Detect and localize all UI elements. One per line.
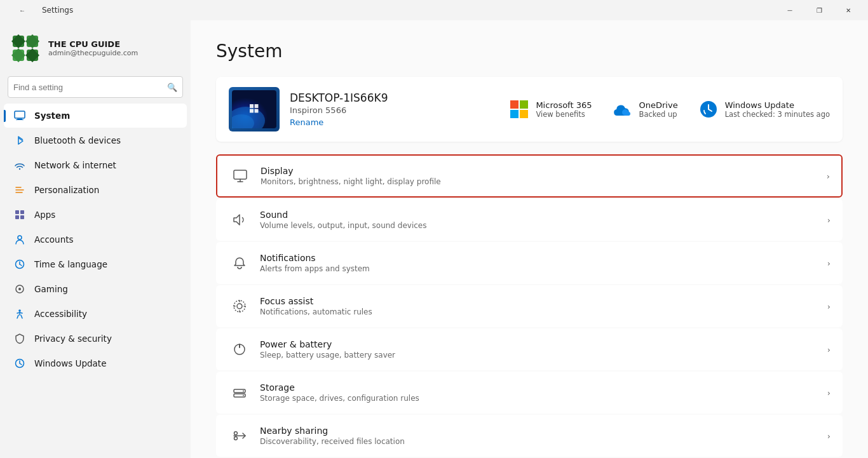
sidebar-item-system[interactable]: System: [4, 104, 187, 128]
sidebar-item-windows-update[interactable]: Windows Update: [4, 351, 187, 375]
nearby-sharing-icon: [228, 424, 251, 447]
microsoft365-icon: [509, 99, 529, 119]
rename-link[interactable]: Rename: [290, 118, 499, 127]
power-text: Power & battery Sleep, battery usage, ba…: [260, 339, 822, 360]
focus-assist-chevron: ›: [827, 302, 831, 311]
sidebar-item-label-gaming: Gaming: [34, 284, 68, 294]
titlebar-title: Settings: [42, 6, 73, 15]
accessibility-icon: [14, 308, 25, 320]
windows-update-service-name: Windows Update: [725, 100, 830, 110]
svg-point-19: [18, 236, 22, 239]
sound-desc: Volume levels, output, input, sound devi…: [260, 221, 822, 230]
power-desc: Sleep, battery usage, battery saver: [260, 351, 822, 360]
sidebar-item-label-network: Network & internet: [34, 160, 116, 170]
onedrive-desc: Backed up: [639, 110, 678, 119]
power-title: Power & battery: [260, 339, 822, 349]
titlebar: ← Settings ─ ❐ ✕: [0, 0, 868, 20]
svg-rect-35: [510, 110, 519, 118]
sidebar-item-accounts[interactable]: Accounts: [4, 227, 187, 252]
sidebar-item-privacy[interactable]: Privacy & security: [4, 327, 187, 351]
svg-rect-34: [520, 100, 528, 109]
gaming-icon: [14, 283, 25, 295]
profile-info: THE CPU GUIDE admin@thecpuguide.com: [48, 39, 138, 57]
titlebar-controls: ─ ❐ ✕: [775, 0, 863, 20]
sound-chevron: ›: [827, 215, 831, 225]
display-text: Display Monitors, brightness, night ligh…: [261, 166, 822, 186]
windows-update-service-icon: [698, 99, 719, 119]
sidebar-item-label-time: Time & language: [34, 259, 107, 269]
search-input[interactable]: [13, 83, 167, 92]
cloud-services: Microsoft 365 View benefits OneDrive: [509, 99, 830, 119]
focus-assist-icon: [228, 295, 251, 318]
windows-update-service-desc: Last checked: 3 minutes ago: [725, 110, 830, 119]
notifications-icon: [228, 252, 251, 274]
close-button[interactable]: ✕: [834, 0, 863, 20]
microsoft365-service[interactable]: Microsoft 365 View benefits: [509, 99, 592, 119]
svg-point-47: [243, 391, 244, 392]
svg-rect-10: [16, 119, 24, 120]
sidebar-item-gaming[interactable]: Gaming: [4, 277, 187, 301]
power-chevron: ›: [827, 345, 831, 354]
sidebar-item-personalization[interactable]: Personalization: [4, 178, 187, 202]
onedrive-service[interactable]: OneDrive Backed up: [613, 99, 678, 119]
sidebar-item-label-windows-update: Windows Update: [34, 358, 106, 368]
personalization-icon: [14, 184, 25, 196]
device-card: DESKTOP-1IS66K9 Inspiron 5566 Rename: [216, 77, 843, 142]
svg-rect-32: [255, 109, 259, 113]
settings-item-display[interactable]: Display Monitors, brightness, night ligh…: [216, 154, 843, 198]
settings-item-power[interactable]: Power & battery Sleep, battery usage, ba…: [216, 328, 843, 370]
nearby-sharing-desc: Discoverability, received files location: [260, 437, 822, 446]
settings-item-nearby-sharing[interactable]: Nearby sharing Discoverability, received…: [216, 415, 843, 457]
storage-chevron: ›: [827, 388, 831, 398]
onedrive-name: OneDrive: [639, 100, 678, 110]
sidebar-item-bluetooth[interactable]: Bluetooth & devices: [4, 128, 187, 152]
search-icon: 🔍: [167, 83, 177, 92]
sidebar-item-label-system: System: [34, 111, 70, 121]
focus-assist-desc: Notifications, automatic rules: [260, 307, 822, 316]
svg-point-48: [243, 395, 244, 396]
sidebar-item-time[interactable]: Time & language: [4, 252, 187, 276]
notifications-chevron: ›: [827, 259, 831, 268]
svg-rect-17: [15, 215, 19, 219]
profile-section: THE CPU GUIDE admin@thecpuguide.com: [0, 20, 191, 74]
profile-name: THE CPU GUIDE: [48, 39, 138, 49]
nearby-sharing-text: Nearby sharing Discoverability, received…: [260, 426, 822, 446]
app-layout: THE CPU GUIDE admin@thecpuguide.com 🔍: [0, 20, 868, 458]
settings-item-sound[interactable]: Sound Volume levels, output, input, soun…: [216, 199, 843, 241]
time-icon: [14, 259, 25, 270]
sidebar-item-apps[interactable]: Apps: [4, 203, 187, 227]
sidebar: THE CPU GUIDE admin@thecpuguide.com 🔍: [0, 20, 191, 458]
accounts-icon: [14, 234, 25, 245]
sidebar-item-accessibility[interactable]: Accessibility: [4, 302, 187, 326]
back-button[interactable]: ←: [8, 0, 37, 20]
sidebar-item-label-accessibility: Accessibility: [34, 309, 87, 319]
settings-item-storage[interactable]: Storage Storage space, drives, configura…: [216, 372, 843, 414]
profile-email: admin@thecpuguide.com: [48, 49, 138, 57]
svg-point-50: [234, 437, 238, 440]
svg-rect-15: [15, 210, 19, 214]
notifications-title: Notifications: [260, 253, 822, 263]
windows-update-icon: [14, 358, 25, 369]
settings-item-notifications[interactable]: Notifications Alerts from apps and syste…: [216, 242, 843, 284]
minimize-button[interactable]: ─: [775, 0, 804, 20]
search-box[interactable]: 🔍: [8, 76, 183, 98]
onedrive-icon: [613, 99, 633, 119]
maximize-button[interactable]: ❐: [804, 0, 834, 20]
windows-update-service-info: Windows Update Last checked: 3 minutes a…: [725, 100, 830, 119]
sound-title: Sound: [260, 210, 822, 220]
svg-rect-36: [520, 110, 528, 118]
svg-rect-18: [20, 215, 24, 219]
settings-item-focus-assist[interactable]: Focus assist Notifications, automatic ru…: [216, 285, 843, 327]
storage-desc: Storage space, drives, configuration rul…: [260, 394, 822, 403]
sidebar-item-label-privacy: Privacy & security: [34, 333, 112, 344]
display-chevron: ›: [827, 172, 830, 181]
svg-rect-29: [250, 104, 254, 108]
profile-logo: [10, 33, 41, 64]
device-model: Inspiron 5566: [290, 105, 499, 115]
bluetooth-icon: [14, 135, 25, 146]
sidebar-item-network[interactable]: Network & internet: [4, 153, 187, 177]
page-title: System: [216, 41, 843, 62]
svg-rect-31: [250, 109, 254, 113]
sidebar-item-label-personalization: Personalization: [34, 185, 99, 195]
windows-update-service[interactable]: Windows Update Last checked: 3 minutes a…: [698, 99, 830, 119]
